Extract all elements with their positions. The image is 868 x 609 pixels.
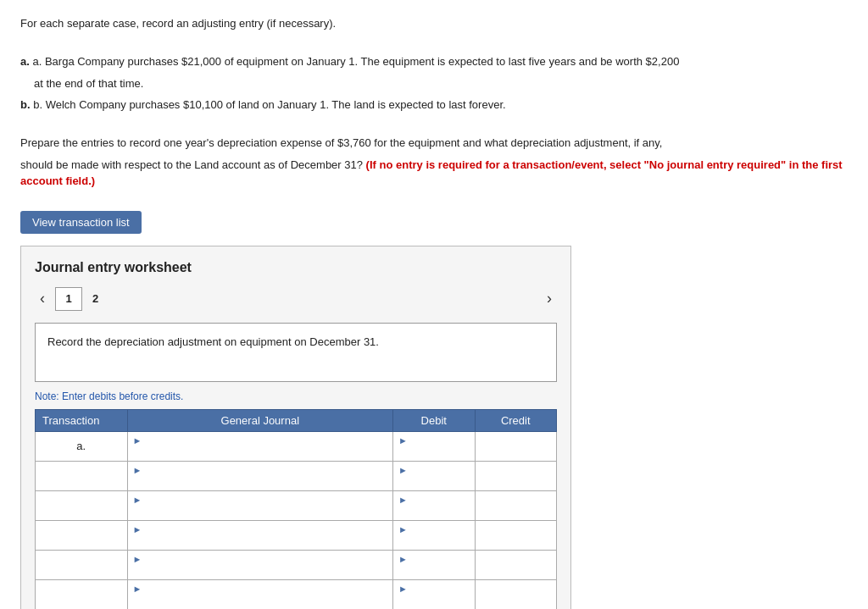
col-credit: Credit — [475, 409, 557, 431]
table-row: ► ► — [36, 520, 557, 550]
credit-input-cell-6[interactable] — [475, 579, 557, 609]
credit-input-cell-4[interactable] — [475, 520, 557, 550]
credit-input-cell-3[interactable] — [475, 490, 557, 520]
intro-prepare2: should be made with respect to the Land … — [20, 157, 848, 190]
col-general-journal: General Journal — [127, 409, 393, 431]
view-transaction-list-button[interactable]: View transaction list — [20, 211, 142, 234]
journal-input-cell-3[interactable]: ► — [127, 490, 393, 520]
journal-input-cell-1[interactable]: ► — [127, 431, 393, 461]
credit-input-6[interactable] — [481, 588, 552, 601]
journal-input-cell-2[interactable]: ► — [127, 461, 393, 490]
credit-input-5[interactable] — [481, 558, 552, 571]
debit-input-2[interactable] — [398, 476, 469, 489]
col-transaction: Transaction — [36, 409, 128, 431]
journal-input-6[interactable] — [133, 595, 388, 607]
debit-input-5[interactable] — [398, 565, 469, 578]
intro-prepare: Prepare the entries to record one year's… — [20, 135, 848, 152]
journal-input-1[interactable] — [133, 446, 388, 459]
transaction-label-5 — [36, 550, 128, 579]
debit-input-4[interactable] — [398, 535, 469, 548]
note-text: Note: Enter debits before credits. — [35, 390, 557, 402]
journal-entry-worksheet: Journal entry worksheet ‹ 1 2 › Record t… — [20, 246, 571, 610]
page-1-box[interactable]: 1 — [55, 287, 82, 311]
debit-input-3[interactable] — [398, 506, 469, 518]
page-navigation: ‹ 1 2 › — [35, 287, 557, 311]
debit-input-1[interactable] — [398, 446, 469, 459]
table-row: ► ► — [36, 550, 557, 579]
col-debit: Debit — [393, 409, 475, 431]
credit-input-1[interactable] — [481, 440, 552, 452]
credit-input-2[interactable] — [481, 469, 552, 482]
debit-input-cell-2[interactable]: ► — [393, 461, 475, 490]
next-page-button[interactable]: › — [542, 288, 557, 309]
debit-input-cell-3[interactable]: ► — [393, 490, 475, 520]
debit-input-cell-6[interactable]: ► — [393, 579, 475, 609]
credit-input-3[interactable] — [481, 499, 552, 512]
journal-input-cell-4[interactable]: ► — [127, 520, 393, 550]
journal-input-cell-5[interactable]: ► — [127, 550, 393, 579]
transaction-label-2 — [36, 461, 128, 490]
journal-input-cell-6[interactable]: ► — [127, 579, 393, 609]
worksheet-description: Record the depreciation adjustment on eq… — [35, 323, 557, 382]
debit-input-6[interactable] — [398, 595, 469, 607]
table-row: ► ► — [36, 490, 557, 520]
debit-input-cell-1[interactable]: ► — [393, 431, 475, 461]
transaction-label-4 — [36, 520, 128, 550]
prev-page-button[interactable]: ‹ — [35, 288, 50, 309]
credit-input-cell-1[interactable] — [475, 431, 557, 461]
intro-line-a: a. a. Barga Company purchases $21,000 of… — [20, 53, 848, 70]
journal-input-4[interactable] — [133, 535, 388, 548]
table-row: ► ► — [36, 579, 557, 609]
journal-input-2[interactable] — [133, 476, 388, 489]
worksheet-title: Journal entry worksheet — [35, 260, 557, 275]
debit-input-cell-4[interactable]: ► — [393, 520, 475, 550]
transaction-label-6 — [36, 579, 128, 609]
intro-line0: For each separate case, record an adjust… — [20, 15, 848, 32]
journal-table: Transaction General Journal Debit Credit… — [35, 409, 557, 610]
page-2-label[interactable]: 2 — [87, 289, 103, 308]
intro-line-b: b. b. Welch Company purchases $10,100 of… — [20, 97, 848, 113]
transaction-label-a: a. — [36, 431, 128, 461]
table-row: a. ► ► — [36, 431, 557, 461]
journal-input-5[interactable] — [133, 565, 388, 578]
credit-input-cell-2[interactable] — [475, 461, 557, 490]
credit-input-4[interactable] — [481, 529, 552, 541]
journal-input-3[interactable] — [133, 506, 388, 518]
debit-input-cell-5[interactable]: ► — [393, 550, 475, 579]
transaction-label-3 — [36, 490, 128, 520]
table-row: ► ► — [36, 461, 557, 490]
credit-input-cell-5[interactable] — [475, 550, 557, 579]
intro-line-a2: at the end of that time. — [20, 75, 848, 92]
